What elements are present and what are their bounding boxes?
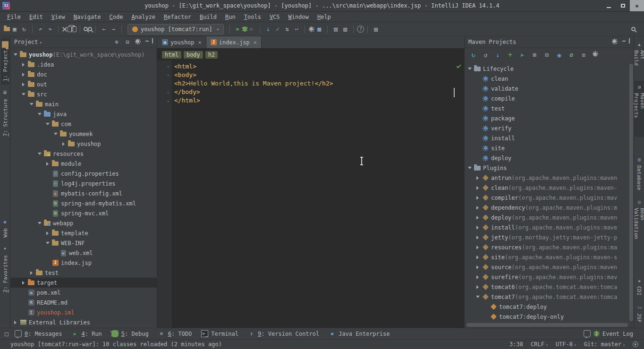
menu-analyze[interactable]: Analyze xyxy=(127,13,160,21)
coverage-icon[interactable]: ▷ xyxy=(247,25,256,34)
editor-tab-index-jsp[interactable]: Jindex.jsp× xyxy=(206,36,262,48)
collapse-arrow-icon[interactable] xyxy=(36,220,42,227)
horizontal-scrollbar[interactable] xyxy=(466,323,628,327)
rollback-icon[interactable]: ↩ xyxy=(292,25,301,34)
tree-item-mybatis-config-xml[interactable]: mybatis-config.xml xyxy=(10,188,157,198)
tree-item-surefire[interactable]: surefire (org.apache.maven.plugins:mav xyxy=(465,272,634,282)
settings-gear-icon[interactable] xyxy=(135,38,142,46)
expand-arrow-icon[interactable] xyxy=(475,204,481,212)
offline-mode-icon[interactable]: ◉ xyxy=(555,51,563,59)
tree-item-youmeek[interactable]: youmeek xyxy=(10,129,157,139)
tool-window-button-1-project[interactable]: 1: Project xyxy=(1,38,9,85)
run-maven-goal-icon[interactable]: ▶ xyxy=(518,51,526,59)
compare-icon[interactable]: ⇅ xyxy=(282,25,292,34)
copy-icon[interactable] xyxy=(68,26,72,32)
module-icon[interactable]: ▧ xyxy=(340,25,350,34)
maximize-button[interactable] xyxy=(616,0,630,11)
expand-arrow-icon[interactable] xyxy=(12,319,18,326)
menu-file[interactable]: File xyxy=(3,13,25,21)
fold-marker-icon[interactable]: ▾ xyxy=(157,71,171,79)
expand-arrow-icon[interactable] xyxy=(44,160,51,168)
tree-item-external-libraries[interactable]: External Libraries xyxy=(10,317,157,327)
tool-window-button-cdi[interactable]: ◆CDI xyxy=(635,274,644,299)
menu-view[interactable]: View xyxy=(47,13,69,21)
collapse-arrow-icon[interactable] xyxy=(36,150,42,158)
help-icon[interactable]: ? xyxy=(357,26,364,33)
tree-item-plugins[interactable]: Plugins xyxy=(465,163,634,173)
tool-window-button-5-debug[interactable]: 5: Debug xyxy=(107,329,153,338)
tree-item-tomcat7[interactable]: tomcat7 (org.apache.tomcat.maven:tomca xyxy=(465,292,634,302)
breadcrumb-html[interactable]: html xyxy=(162,51,181,59)
hide-panel-icon[interactable] xyxy=(622,38,630,46)
collapse-arrow-icon[interactable] xyxy=(475,293,481,301)
tool-window-button-event-log[interactable]: 2 Event Log xyxy=(579,329,637,338)
tree-item-webapp[interactable]: webapp xyxy=(10,218,157,228)
settings-gear-icon[interactable] xyxy=(611,38,619,46)
tree-item-youshop-iml[interactable]: Iyoushop.iml xyxy=(10,307,157,317)
tree-item-readme-md[interactable]: MREADME.md xyxy=(10,298,157,307)
tree-item-jetty[interactable]: jetty (org.mortbay.jetty:maven-jetty-p xyxy=(465,232,634,242)
synchronize-icon[interactable]: ↻ xyxy=(19,25,29,34)
tree-item-idea[interactable]: .idea xyxy=(10,60,157,69)
tool-window-button-database[interactable]: ▥Database xyxy=(635,153,644,194)
debug-icon[interactable] xyxy=(243,26,247,32)
settings-icon[interactable] xyxy=(308,26,314,32)
tree-item-resources[interactable]: resources xyxy=(10,149,157,159)
tree-item-log4j-properties[interactable]: log4j.properties xyxy=(10,179,157,188)
tree-item-spring-and-mybatis-xml[interactable]: spring-and-mybatis.xml xyxy=(10,198,157,208)
expand-arrow-icon[interactable] xyxy=(475,234,481,241)
tree-item-pom-xml[interactable]: mpom.xml xyxy=(10,288,157,298)
tree-item-web-xml[interactable]: web.xml xyxy=(10,248,157,258)
expand-arrow-icon[interactable] xyxy=(475,224,481,231)
tool-window-button-7-structure[interactable]: 7: Structure▤ xyxy=(1,86,9,139)
expand-arrow-icon[interactable] xyxy=(20,71,26,78)
expand-arrow-icon[interactable] xyxy=(475,244,481,251)
tree-item-web-inf[interactable]: WEB-INF xyxy=(10,238,157,248)
tree-item-compiler[interactable]: compiler (org.apache.maven.plugins:mav xyxy=(465,193,634,203)
download-sources-icon[interactable]: ↓ xyxy=(494,51,502,59)
editor-gutter[interactable]: ▾▾▴▴ xyxy=(157,60,171,328)
vcs-branch-widget[interactable]: Git: master xyxy=(584,341,625,348)
collapse-all-icon[interactable]: ⊟ xyxy=(543,51,551,59)
save-all-icon[interactable]: ▣ xyxy=(10,25,19,34)
tool-window-button-java-enterprise[interactable]: ◆Java Enterprise xyxy=(324,329,394,338)
commit-changes-icon[interactable]: ✓ xyxy=(273,25,282,34)
expand-arrow-icon[interactable] xyxy=(475,174,481,182)
redo-icon[interactable]: ↷ xyxy=(45,25,55,34)
generate-sources-icon[interactable]: ↺ xyxy=(482,51,490,59)
tree-item-module[interactable]: module xyxy=(10,159,157,169)
code-line[interactable]: <body> xyxy=(174,71,333,79)
menu-refactor[interactable]: Refactor xyxy=(160,13,195,21)
menu-help[interactable]: Help xyxy=(313,13,335,21)
close-button[interactable]: × xyxy=(630,0,644,11)
tree-item-verify[interactable]: verify xyxy=(465,123,634,133)
plugins-icon[interactable]: ▨ xyxy=(371,25,381,34)
find-icon[interactable] xyxy=(84,27,88,31)
back-icon[interactable]: ← xyxy=(99,25,109,34)
collapse-arrow-icon[interactable] xyxy=(44,120,51,128)
replace-icon[interactable] xyxy=(88,27,92,31)
tool-window-button-4-run[interactable]: ▶4: Run xyxy=(67,329,106,338)
menu-code[interactable]: Code xyxy=(105,13,127,21)
tree-item-source[interactable]: source (org.apache.maven.plugins:maven xyxy=(465,262,634,272)
tree-item-tomcat7-deploy[interactable]: tomcat7:deploy xyxy=(465,302,634,312)
code-line[interactable]: </body> xyxy=(174,88,333,96)
tree-item-site[interactable]: site (org.apache.maven.plugins:maven-s xyxy=(465,252,634,262)
collapse-arrow-icon[interactable] xyxy=(466,65,473,73)
expand-arrow-icon[interactable] xyxy=(475,194,481,202)
collapse-arrow-icon[interactable] xyxy=(12,51,18,59)
tree-item-src[interactable]: src xyxy=(10,89,157,99)
tool-window-button-6-todo[interactable]: ≡6: TODO xyxy=(154,329,196,338)
expand-arrow-icon[interactable] xyxy=(475,283,481,291)
close-tab-icon[interactable]: × xyxy=(254,39,257,46)
menu-vcs[interactable]: VCS xyxy=(265,13,284,21)
tool-window-button-jsf[interactable]: JJSF xyxy=(635,301,644,326)
collapse-arrow-icon[interactable] xyxy=(44,239,51,247)
collapse-all-icon[interactable]: ⊟ xyxy=(124,38,131,46)
tree-item-test[interactable]: test xyxy=(10,268,157,278)
tool-window-button-ant-build[interactable]: ▲Ant Build xyxy=(632,38,644,79)
forward-icon[interactable]: → xyxy=(109,25,118,34)
expand-all-icon[interactable]: ⊞ xyxy=(531,51,539,59)
tool-window-button-bean-validation[interactable]: ◎Bean Validation xyxy=(632,196,644,255)
close-tab-icon[interactable]: × xyxy=(198,39,202,46)
